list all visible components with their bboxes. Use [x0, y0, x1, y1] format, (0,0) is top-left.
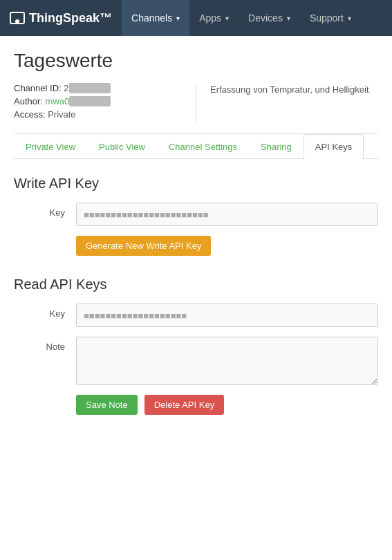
write-api-key-section: Write API Key Key Generate New Write API…: [14, 176, 378, 256]
brand-icon: [10, 12, 25, 24]
channel-description: Erfassung von Tempratur, und Helligkeit: [196, 83, 378, 122]
tabs-bar: Private View Public View Channel Setting…: [14, 134, 378, 159]
note-label: Note: [14, 337, 76, 352]
main-nav: ThingSpeak™ Channels ▾ Apps ▾ Devices ▾ …: [0, 0, 392, 36]
channel-id-label: Channel ID:: [14, 83, 62, 93]
generate-write-key-button[interactable]: Generate New Write API Key: [76, 236, 211, 256]
read-key-input[interactable]: [76, 304, 378, 327]
nav-support-label: Support: [310, 12, 344, 24]
write-key-input[interactable]: [76, 203, 378, 226]
tab-private-view[interactable]: Private View: [14, 134, 87, 159]
note-group: Note: [14, 337, 378, 385]
devices-dropdown-icon: ▾: [287, 15, 290, 22]
write-key-group: Key: [14, 203, 378, 226]
nav-devices-label: Devices: [248, 12, 283, 24]
nav-channels-label: Channels: [131, 12, 172, 24]
tab-api-keys[interactable]: API Keys: [304, 134, 364, 159]
generate-btn-row: Generate New Write API Key: [76, 236, 378, 256]
tab-public-view[interactable]: Public View: [87, 134, 157, 159]
author-line: Author: mwa0: [14, 96, 182, 106]
write-api-title: Write API Key: [14, 176, 378, 192]
tab-channel-settings[interactable]: Channel Settings: [157, 134, 249, 159]
tab-sharing[interactable]: Sharing: [249, 134, 304, 159]
channel-info-left: Channel ID: 2 Author: mwa0 Access: Priva…: [14, 83, 196, 122]
access-value: Private: [48, 109, 75, 120]
brand-logo[interactable]: ThingSpeak™: [0, 0, 122, 36]
main-content: Tageswerte Channel ID: 2 Author: mwa0 Ac…: [0, 36, 392, 449]
delete-api-key-button[interactable]: Delete API Key: [144, 395, 224, 415]
save-note-button[interactable]: Save Note: [76, 395, 138, 415]
access-line: Access: Private: [14, 109, 182, 120]
channels-dropdown-icon: ▾: [176, 15, 180, 22]
page-title: Tageswerte: [14, 50, 378, 72]
read-api-title: Read API Keys: [14, 277, 378, 292]
author-label: Author:: [14, 96, 43, 106]
read-key-group: Key: [14, 304, 378, 327]
nav-devices[interactable]: Devices ▾: [239, 0, 300, 36]
channel-id-blurred: [69, 83, 111, 93]
nav-channels[interactable]: Channels ▾: [122, 0, 189, 36]
read-api-button-row: Save Note Delete API Key: [76, 395, 378, 415]
nav-support[interactable]: Support ▾: [300, 0, 361, 36]
channel-info: Channel ID: 2 Author: mwa0 Access: Priva…: [14, 83, 378, 122]
nav-apps[interactable]: Apps ▾: [189, 0, 239, 36]
channel-id-value: 2: [64, 83, 110, 93]
note-textarea[interactable]: [76, 337, 378, 385]
write-key-label: Key: [14, 203, 76, 218]
author-link[interactable]: mwa0: [46, 96, 111, 106]
nav-apps-label: Apps: [199, 12, 221, 24]
brand-name: ThingSpeak™: [29, 11, 112, 26]
read-api-key-section: Read API Keys Key Note Save Note Delete …: [14, 277, 378, 415]
support-dropdown-icon: ▾: [348, 15, 351, 22]
channel-id-line: Channel ID: 2: [14, 83, 182, 93]
access-label: Access:: [14, 109, 46, 120]
author-blurred: [69, 96, 111, 106]
read-key-label: Key: [14, 304, 76, 319]
apps-dropdown-icon: ▾: [225, 15, 229, 22]
